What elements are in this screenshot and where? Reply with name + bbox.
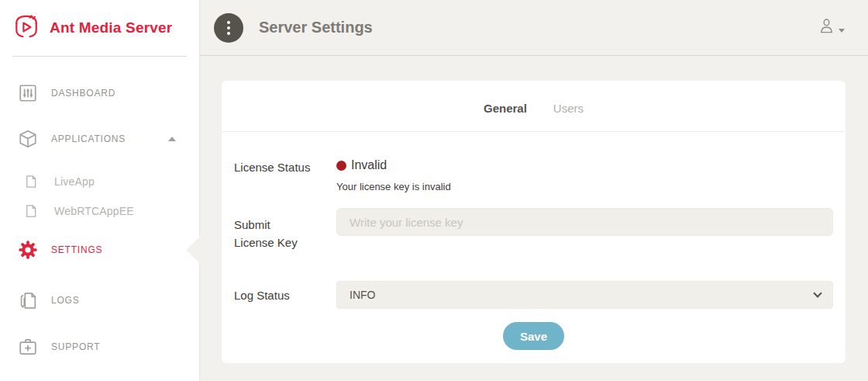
license-key-label: Submit License Key [234,208,336,251]
sidebar-item-label: LOGS [51,295,80,306]
user-icon [818,17,835,38]
sidebar-item-settings[interactable]: SETTINGS [0,231,199,268]
log-status-row: Log Status INFO [234,281,833,309]
sidebar-item-webrtcappee[interactable]: WebRTCAppEE [0,196,199,226]
tab-users[interactable]: Users [553,102,584,115]
sidebar: Ant Media Server DASHBOARD [0,0,200,381]
page-header: Server Settings [200,0,868,56]
sidebar-item-label: SETTINGS [51,244,102,255]
settings-card: General Users License Status Invalid You… [222,81,846,363]
brand-name: Ant Media Server [50,19,172,36]
license-key-row: Submit License Key [234,208,833,251]
ant-media-logo-icon [11,12,42,44]
sidebar-item-label: APPLICATIONS [51,133,126,144]
user-menu[interactable] [818,17,845,38]
sidebar-item-applications[interactable]: APPLICATIONS [0,120,199,158]
license-status-label: License Status [234,158,336,192]
brand-logo[interactable]: Ant Media Server [0,0,199,56]
save-row: Save [234,322,833,350]
sidebar-item-label: LiveApp [54,175,95,188]
tab-general[interactable]: General [484,102,527,115]
sidebar-item-support[interactable]: SUPPORT [0,328,199,365]
page-title: Server Settings [259,19,373,36]
license-status-detail: Your license key is invalid [336,181,833,192]
log-status-label: Log Status [234,289,336,302]
collapse-caret-icon[interactable] [168,137,176,141]
sidebar-item-label: WebRTCAppEE [54,205,134,217]
sidebar-item-logs[interactable]: LOGS [0,282,199,319]
license-key-input[interactable] [336,208,833,236]
chevron-down-icon [839,29,845,33]
file-icon [20,175,42,189]
applications-icon [17,129,39,149]
file-icon [20,204,42,218]
app-window: Ant Media Server DASHBOARD [0,0,868,381]
save-button[interactable]: Save [503,322,564,350]
sidebar-item-dashboard[interactable]: DASHBOARD [0,74,199,112]
sidebar-item-label: SUPPORT [51,341,100,352]
log-status-select[interactable]: INFO [336,281,833,309]
content-area: General Users License Status Invalid You… [200,56,868,381]
sidebar-nav: DASHBOARD APPLICATIONS [0,57,199,365]
support-icon [17,337,39,357]
gear-icon [17,239,39,261]
main-area: Server Settings General Users [200,0,868,381]
license-status-row: License Status Invalid Your license key … [234,158,833,192]
logs-icon [17,291,39,310]
active-item-notch [186,236,201,264]
tab-bar: General Users [222,81,846,132]
license-status-value: Invalid [351,158,387,172]
menu-kebab-button[interactable] [214,13,243,43]
settings-form: License Status Invalid Your license key … [222,158,846,350]
sidebar-item-label: DASHBOARD [51,88,115,99]
sidebar-item-liveapp[interactable]: LiveApp [0,167,199,196]
status-dot-icon [336,161,346,171]
dashboard-icon [17,83,39,103]
